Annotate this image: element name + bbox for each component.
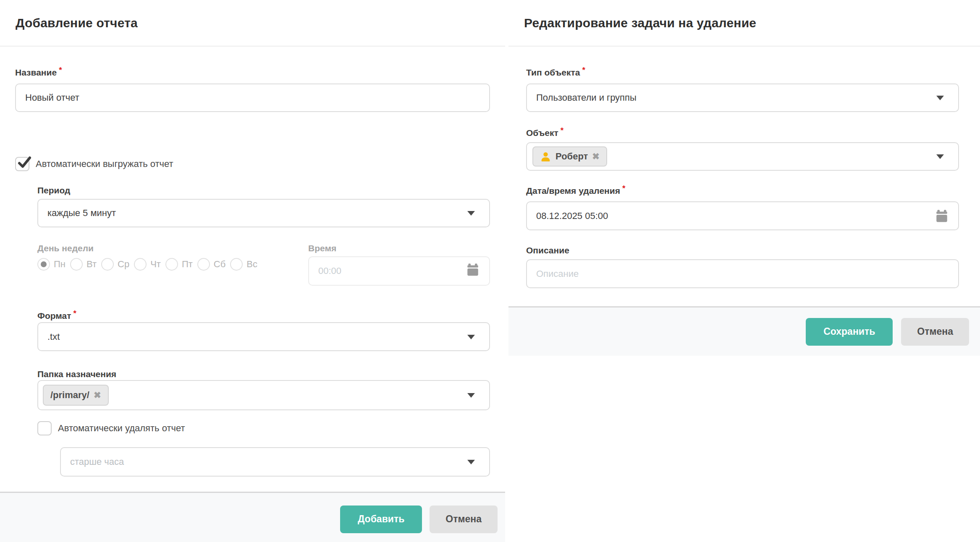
auto-export-checkbox[interactable]	[15, 157, 29, 171]
weekday-option-sun[interactable]: Вс	[230, 258, 257, 271]
object-type-select[interactable]: Пользователи и группы	[526, 83, 959, 112]
format-select[interactable]: .txt	[37, 322, 490, 351]
radio-icon	[230, 258, 243, 271]
format-label: Формат*	[37, 310, 490, 322]
cancel-button[interactable]: Отмена	[901, 318, 969, 346]
cancel-button[interactable]: Отмена	[430, 506, 498, 533]
required-asterisk: *	[582, 65, 585, 74]
weekday-option-wed[interactable]: Ср	[101, 258, 129, 271]
chevron-down-icon	[467, 335, 475, 339]
report-name-input[interactable]	[15, 83, 490, 112]
user-icon	[540, 151, 551, 162]
radio-icon	[70, 258, 83, 271]
required-asterisk: *	[561, 126, 563, 135]
auto-delete-row: Автоматически удалять отчет	[37, 421, 490, 435]
add-report-footer: Добавить Отмена	[0, 492, 505, 542]
edit-task-footer: Сохранить Отмена	[508, 306, 980, 356]
radio-icon	[101, 258, 114, 271]
period-value: каждые 5 минут	[47, 208, 116, 219]
folder-label: Папка назначения	[37, 369, 490, 380]
time-input[interactable]	[308, 256, 490, 286]
chevron-down-icon	[936, 96, 944, 100]
format-value: .txt	[47, 331, 60, 342]
chevron-down-icon	[467, 460, 475, 464]
radio-icon	[165, 258, 178, 271]
page-title: Редактирование задачи на удаление	[524, 16, 756, 30]
object-label: Объект*	[526, 128, 959, 139]
required-asterisk: *	[73, 309, 76, 318]
weekday-option-mon[interactable]: Пн	[37, 258, 66, 271]
chevron-down-icon	[936, 154, 944, 159]
chevron-down-icon	[467, 393, 475, 398]
page-title: Добавление отчета	[16, 16, 138, 30]
add-button[interactable]: Добавить	[340, 506, 422, 533]
auto-delete-checkbox[interactable]	[37, 421, 52, 435]
folder-chip: /primary/ ✖	[43, 385, 109, 406]
checkmark-icon	[16, 155, 32, 171]
report-age-value: старше часа	[70, 456, 124, 467]
deletion-datetime-input[interactable]	[526, 201, 959, 230]
object-type-value: Пользователи и группы	[536, 92, 637, 103]
folder-select[interactable]: /primary/ ✖	[37, 380, 490, 410]
description-label: Описание	[526, 245, 959, 256]
auto-export-label: Автоматически выгружать отчет	[36, 159, 173, 169]
edit-deletion-task-dialog: Редактирование задачи на удаление Тип об…	[508, 0, 980, 356]
radio-icon	[37, 258, 50, 271]
save-button[interactable]: Сохранить	[806, 318, 893, 346]
name-label: Название*	[15, 67, 490, 78]
required-asterisk: *	[622, 184, 625, 193]
object-chip-label: Роберт	[556, 151, 588, 162]
object-select[interactable]: Роберт ✖	[526, 142, 959, 171]
object-chip: Роберт ✖	[532, 146, 607, 167]
object-type-label: Тип объекта*	[526, 67, 959, 78]
auto-delete-label: Автоматически удалять отчет	[58, 423, 185, 434]
remove-icon[interactable]: ✖	[94, 390, 101, 400]
edit-task-header: Редактирование задачи на удаление	[508, 0, 980, 47]
required-asterisk: *	[59, 65, 62, 74]
weekday-option-tue[interactable]: Вт	[70, 258, 97, 271]
radio-icon	[134, 258, 147, 271]
weekday-label: День недели	[37, 243, 308, 254]
weekday-radio-group: Пн Вт Ср Чт	[37, 258, 308, 271]
description-input[interactable]	[526, 259, 959, 288]
remove-icon[interactable]: ✖	[592, 151, 600, 162]
period-label: Период	[37, 185, 490, 196]
auto-export-row: Автоматически выгружать отчет	[15, 157, 490, 171]
chevron-down-icon	[467, 211, 475, 216]
add-report-dialog: Добавление отчета Название* Автоматическ…	[0, 0, 505, 542]
weekday-option-fri[interactable]: Пт	[165, 258, 193, 271]
report-age-select[interactable]: старше часа	[60, 447, 490, 477]
period-select[interactable]: каждые 5 минут	[37, 199, 490, 227]
add-report-header: Добавление отчета	[0, 0, 505, 47]
weekday-option-sat[interactable]: Сб	[197, 258, 226, 271]
weekday-option-thu[interactable]: Чт	[134, 258, 161, 271]
radio-icon	[197, 258, 210, 271]
folder-chip-label: /primary/	[50, 390, 89, 401]
deletion-datetime-label: Дата/время удаления*	[526, 185, 959, 197]
time-label: Время	[308, 243, 490, 254]
